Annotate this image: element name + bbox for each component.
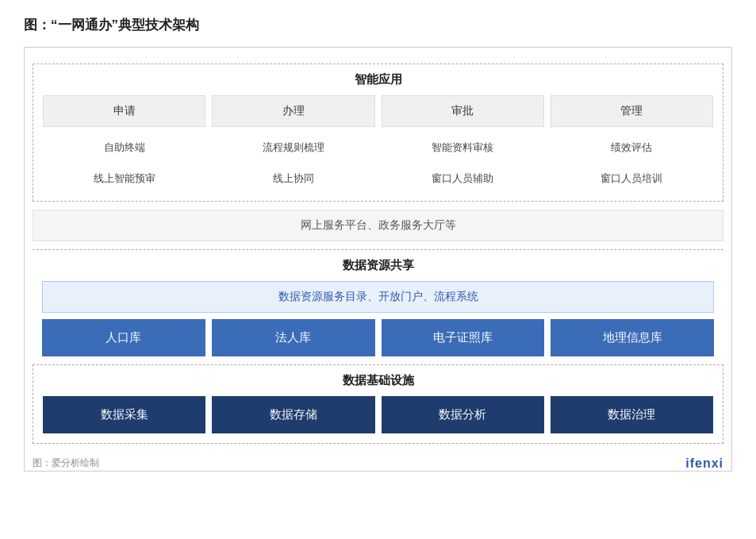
data-infra-store: 数据存储 <box>212 396 374 433</box>
data-store-population: 人口库 <box>42 319 205 356</box>
chart-container: 智能应用 申请 办理 审批 管理 自助终端 流程规则梳理 智能资料审核 绩效评估… <box>24 47 732 472</box>
footer: 图：爱分析绘制 ifenxi <box>33 452 723 471</box>
section-data-infra: 数据基础设施 数据采集 数据存储 数据分析 数据治理 <box>33 364 723 444</box>
app-content-apply-2: 线上智能预审 <box>43 166 205 191</box>
app-header-apply: 申请 <box>43 95 205 127</box>
data-infra-govern: 数据治理 <box>551 396 713 433</box>
app-content-manage-1: 绩效评估 <box>551 135 713 160</box>
app-headers: 申请 办理 审批 管理 <box>43 95 713 127</box>
data-store-geo: 地理信息库 <box>551 319 714 356</box>
app-header-manage: 管理 <box>551 95 713 127</box>
app-content-manage-2: 窗口人员培训 <box>551 166 713 191</box>
section-data-infra-label: 数据基础设施 <box>43 373 713 388</box>
data-infra-collect: 数据采集 <box>43 396 205 433</box>
section-data-resource-label: 数据资源共享 <box>42 258 714 273</box>
app-content-row2: 线上智能预审 线上协同 窗口人员辅助 窗口人员培训 <box>43 166 713 191</box>
section-intelligent-app: 智能应用 申请 办理 审批 管理 自助终端 流程规则梳理 智能资料审核 绩效评估… <box>33 64 723 202</box>
app-content-apply-1: 自助终端 <box>43 135 205 160</box>
data-store-grid: 人口库 法人库 电子证照库 地理信息库 <box>42 319 714 356</box>
data-store-legal: 法人库 <box>212 319 375 356</box>
app-content-handle-1: 流程规则梳理 <box>212 135 374 160</box>
section-data-resource: 数据资源共享 数据资源服务目录、开放门户、流程系统 人口库 法人库 电子证照库 … <box>33 249 723 356</box>
data-infra-analyze: 数据分析 <box>382 396 544 433</box>
app-content-approve-2: 窗口人员辅助 <box>382 166 544 191</box>
app-content-approve-1: 智能资料审核 <box>382 135 544 160</box>
app-header-handle: 办理 <box>212 95 374 127</box>
footer-left: 图：爱分析绘制 <box>33 456 99 470</box>
data-resource-bar: 数据资源服务目录、开放门户、流程系统 <box>42 281 714 313</box>
service-platform-bar: 网上服务平台、政务服务大厅等 <box>33 210 723 241</box>
footer-right: ifenxi <box>685 456 723 471</box>
page-title: 图：“一网通办”典型技术架构 <box>24 16 732 34</box>
app-content-handle-2: 线上协同 <box>212 166 374 191</box>
data-store-electronic-cert: 电子证照库 <box>382 319 545 356</box>
section-intelligent-app-label: 智能应用 <box>43 72 713 87</box>
data-infra-grid: 数据采集 数据存储 数据分析 数据治理 <box>43 396 713 433</box>
app-content-row1: 自助终端 流程规则梳理 智能资料审核 绩效评估 <box>43 135 713 160</box>
app-header-approve: 审批 <box>382 95 544 127</box>
